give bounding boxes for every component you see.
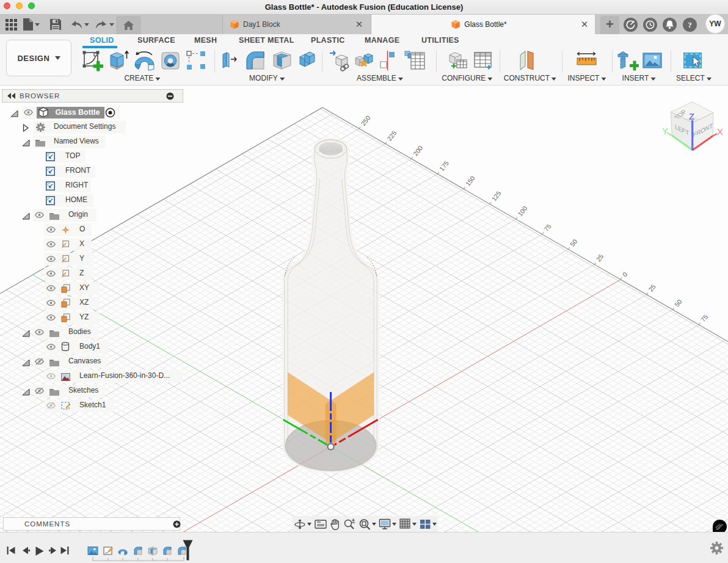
svg-text:175: 175 <box>438 159 450 172</box>
svg-text:Z: Z <box>689 112 694 122</box>
svg-text:X: X <box>717 126 723 137</box>
svg-text:75: 75 <box>699 313 710 324</box>
svg-text:100: 100 <box>516 205 528 217</box>
svg-text:50: 50 <box>673 298 683 308</box>
svg-text:150: 150 <box>464 175 476 187</box>
svg-text:200: 200 <box>412 144 424 157</box>
svg-text:Y: Y <box>662 126 668 136</box>
svg-text:125: 125 <box>490 189 502 202</box>
svg-text:50: 50 <box>569 238 579 248</box>
svg-text:75: 75 <box>542 222 553 233</box>
svg-text:225: 225 <box>385 129 398 142</box>
svg-text:25: 25 <box>647 283 657 293</box>
svg-text:25: 25 <box>595 253 605 263</box>
svg-text:0: 0 <box>621 271 628 278</box>
svg-text:250: 250 <box>359 114 371 127</box>
